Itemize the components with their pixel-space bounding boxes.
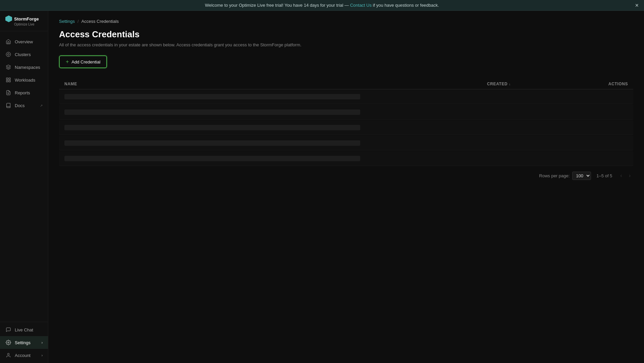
svg-point-10 (7, 353, 9, 355)
book-icon (5, 102, 11, 108)
settings-icon (5, 339, 11, 346)
rows-per-page-select[interactable]: 100 10 25 50 (572, 172, 591, 180)
row-name-placeholder (64, 109, 360, 115)
sidebar-item-clusters[interactable]: Clusters (0, 48, 48, 61)
sidebar-item-label: Reports (15, 90, 30, 95)
page-info: 1–5 of 5 (596, 173, 612, 178)
svg-rect-4 (9, 78, 10, 80)
banner-message-end: if you have questions or feedback. (373, 3, 439, 8)
breadcrumb-current: Access Credentials (82, 19, 119, 24)
grid-icon (5, 77, 11, 83)
col-header-created: Created ↓ (487, 82, 588, 86)
page-title: Access Credentials (59, 29, 633, 40)
row-name-placeholder (64, 140, 360, 146)
banner-contact-link[interactable]: Contact Us (350, 3, 372, 8)
sidebar-item-label: Overview (15, 39, 33, 44)
svg-point-0 (6, 52, 10, 56)
svg-marker-2 (6, 65, 10, 67)
sidebar-item-workloads[interactable]: Workloads (0, 74, 48, 86)
home-icon (5, 39, 11, 45)
add-credential-button[interactable]: + Add Credential (59, 55, 107, 68)
sidebar-item-label: Account (15, 353, 31, 358)
sidebar-item-label: Docs (15, 103, 25, 108)
table-row (59, 151, 633, 166)
breadcrumb: Settings / Access Credentials (59, 19, 633, 24)
logo-brand: StormForge (5, 15, 43, 22)
sidebar-item-label: Workloads (15, 78, 35, 83)
table-row (59, 89, 633, 104)
message-square-icon (5, 327, 11, 333)
plus-icon: + (66, 59, 69, 64)
sidebar-item-reports[interactable]: Reports (0, 86, 48, 99)
table-row (59, 136, 633, 150)
external-link-icon: ↗ (40, 104, 43, 107)
chevron-right-icon: › (42, 354, 43, 357)
layers-icon (5, 64, 11, 70)
row-name-placeholder (64, 156, 360, 161)
table-row (59, 120, 633, 135)
row-name-placeholder (64, 125, 360, 130)
user-icon (5, 352, 11, 358)
table-row (59, 105, 633, 120)
chevron-right-icon: › (42, 341, 43, 345)
banner-message: Welcome to your Optimize Live free trial… (205, 3, 349, 8)
sidebar-item-label: Settings (15, 340, 31, 345)
credentials-table: Name Created ↓ Actions (59, 79, 633, 166)
rows-per-page: Rows per page: 100 10 25 50 (539, 172, 591, 180)
next-page-button[interactable]: › (626, 171, 633, 180)
sidebar-item-settings[interactable]: Settings › (0, 336, 48, 349)
breadcrumb-parent[interactable]: Settings (59, 19, 75, 24)
svg-rect-3 (6, 78, 8, 80)
circle-icon (5, 51, 11, 57)
sidebar-item-overview[interactable]: Overview (0, 35, 48, 48)
top-banner: Welcome to your Optimize Live free trial… (0, 0, 644, 11)
logo-sub: Optimize Live (5, 22, 43, 26)
sidebar-item-label: Namespaces (15, 65, 40, 70)
table-header: Name Created ↓ Actions (59, 79, 633, 89)
svg-point-9 (8, 342, 9, 343)
rows-per-page-label: Rows per page: (539, 173, 570, 178)
sidebar-item-live-chat[interactable]: Live Chat (0, 323, 48, 336)
sidebar-nav: Overview Clusters Namespaces Workloads (0, 34, 48, 322)
svg-point-1 (7, 53, 9, 55)
pagination: Rows per page: 100 10 25 50 1–5 of 5 ‹ › (59, 171, 633, 180)
sidebar: StormForge Optimize Live Overview Cluste… (0, 11, 48, 363)
sidebar-logo: StormForge Optimize Live (0, 11, 48, 31)
svg-rect-5 (6, 80, 8, 82)
page-description: All of the access credentials in your es… (59, 42, 633, 47)
sidebar-item-account[interactable]: Account › (0, 349, 48, 362)
page-navigation: ‹ › (618, 171, 633, 180)
col-header-actions: Actions (588, 82, 628, 86)
add-credential-label: Add Credential (71, 59, 100, 64)
breadcrumb-separator: / (77, 19, 79, 24)
prev-page-button[interactable]: ‹ (618, 171, 625, 180)
sidebar-bottom: Live Chat Settings › Account › (0, 322, 48, 363)
sidebar-item-label: Clusters (15, 52, 31, 57)
row-name-placeholder (64, 94, 360, 99)
col-header-name: Name (64, 82, 487, 86)
banner-close-button[interactable]: × (635, 2, 639, 8)
logo-icon (5, 15, 12, 22)
sort-down-icon: ↓ (509, 82, 511, 86)
sidebar-item-namespaces[interactable]: Namespaces (0, 61, 48, 74)
sidebar-item-label: Live Chat (15, 327, 33, 332)
sidebar-item-docs[interactable]: Docs ↗ (0, 99, 48, 112)
svg-rect-6 (9, 80, 10, 82)
file-text-icon (5, 90, 11, 96)
main-content: Settings / Access Credentials Access Cre… (48, 11, 644, 363)
